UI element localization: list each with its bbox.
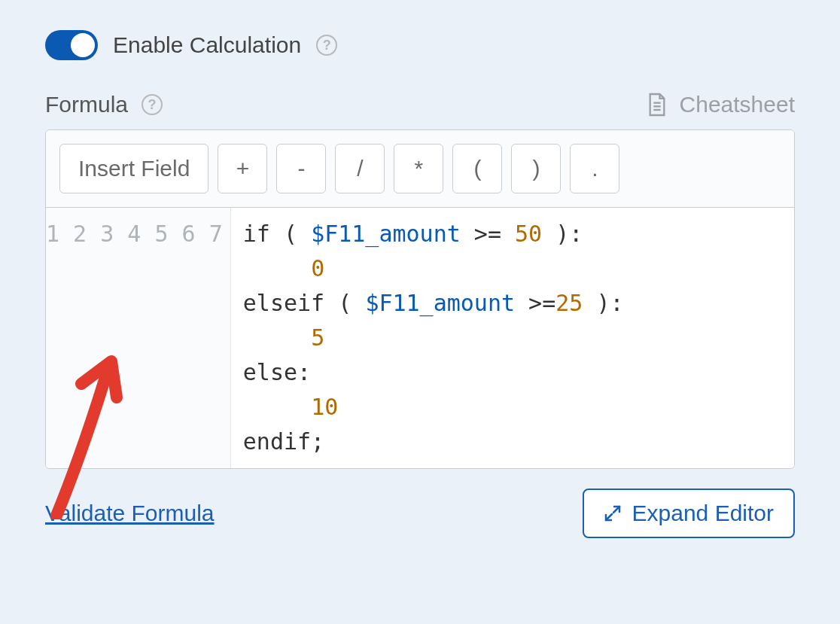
code-area[interactable]: 1 2 3 4 5 6 7 if ( $F11_amount >= 50 ): … bbox=[46, 208, 794, 468]
help-icon[interactable]: ? bbox=[142, 94, 163, 115]
line-gutter: 1 2 3 4 5 6 7 bbox=[46, 208, 231, 468]
code-token: if bbox=[243, 221, 284, 247]
code-token: 0 bbox=[311, 255, 324, 282]
code-token: 5 bbox=[311, 324, 324, 351]
formula-editor: Insert Field + - / * ( ) . 1 2 3 4 5 6 7… bbox=[45, 129, 795, 469]
code-token: ( bbox=[338, 290, 365, 316]
enable-calculation-toggle[interactable] bbox=[45, 30, 98, 60]
expand-editor-label: Expand Editor bbox=[632, 501, 774, 526]
expand-icon bbox=[604, 504, 622, 522]
op-lparen-button[interactable]: ( bbox=[452, 144, 502, 193]
insert-field-button[interactable]: Insert Field bbox=[59, 144, 208, 193]
formula-header-left: Formula ? bbox=[45, 92, 163, 117]
code-token: >= bbox=[515, 290, 555, 316]
code-token: ( bbox=[284, 221, 311, 247]
code-token: : bbox=[610, 290, 624, 316]
op-star-button[interactable]: * bbox=[394, 144, 443, 193]
code-content[interactable]: if ( $F11_amount >= 50 ): 0 elseif ( $F1… bbox=[231, 208, 794, 468]
code-token bbox=[243, 255, 311, 282]
code-token: elseif bbox=[243, 290, 338, 316]
code-token: 10 bbox=[311, 394, 338, 420]
help-icon[interactable]: ? bbox=[316, 35, 337, 56]
enable-calculation-label: Enable Calculation bbox=[113, 32, 301, 58]
expand-editor-button[interactable]: Expand Editor bbox=[583, 489, 795, 538]
toggle-knob bbox=[71, 33, 95, 57]
cheatsheet-link[interactable]: Cheatsheet bbox=[647, 92, 795, 117]
code-token: $F11_amount bbox=[365, 290, 515, 316]
validate-formula-link[interactable]: Validate Formula bbox=[45, 501, 215, 526]
code-token: 50 bbox=[515, 221, 542, 247]
editor-footer: Validate Formula Expand Editor bbox=[45, 489, 795, 538]
code-token: : bbox=[569, 221, 583, 247]
code-token: ) bbox=[583, 290, 610, 316]
document-icon bbox=[647, 92, 668, 117]
code-token bbox=[243, 324, 311, 351]
op-minus-button[interactable]: - bbox=[276, 144, 326, 193]
op-rparen-button[interactable]: ) bbox=[511, 144, 561, 193]
code-token: endif; bbox=[243, 428, 324, 455]
op-dot-button[interactable]: . bbox=[570, 144, 619, 193]
formula-header: Formula ? Cheatsheet bbox=[45, 92, 795, 117]
code-token: $F11_amount bbox=[311, 221, 461, 247]
code-token: >= bbox=[461, 221, 515, 247]
code-token: else: bbox=[243, 359, 311, 385]
code-token: 25 bbox=[555, 290, 583, 316]
enable-calculation-row: Enable Calculation ? bbox=[45, 30, 795, 60]
formula-title: Formula bbox=[45, 92, 128, 117]
editor-toolbar: Insert Field + - / * ( ) . bbox=[46, 130, 794, 208]
op-slash-button[interactable]: / bbox=[335, 144, 385, 193]
code-token bbox=[243, 394, 311, 420]
op-plus-button[interactable]: + bbox=[218, 144, 267, 193]
cheatsheet-label: Cheatsheet bbox=[680, 92, 795, 117]
code-token: ) bbox=[542, 221, 569, 247]
